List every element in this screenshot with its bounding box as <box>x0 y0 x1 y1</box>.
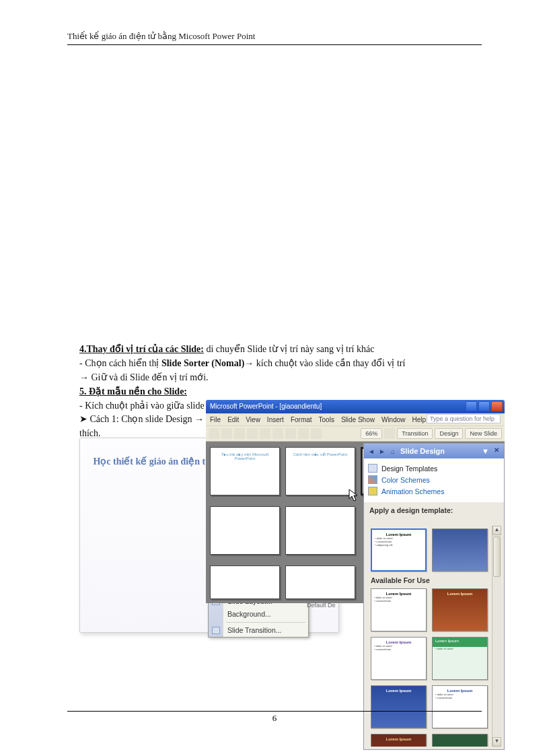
toolbar: 66% Transition Design New Slide <box>206 425 505 442</box>
window-titlebar: Microsoft PowerPoint - [giaoandientu] <box>206 400 505 413</box>
menu-tools[interactable]: Tools <box>319 416 334 423</box>
color-scheme-icon <box>368 475 377 484</box>
toolbar-help-icon[interactable] <box>384 428 395 439</box>
template-thumb[interactable]: Lorem Ipsum• dolor sit amet <box>432 637 488 680</box>
link-color-schemes[interactable]: Color Schemes <box>368 474 500 485</box>
template-thumb[interactable]: Lorem Ipsum• dolor sit amet• consectetue… <box>371 637 427 680</box>
s4-l2b: Slide Sorter (Nomal) <box>161 358 244 368</box>
page-header: Thiết kế giáo án điện tử bằng Micosoft P… <box>67 31 482 45</box>
available-for-use-label: Available For Use <box>371 576 488 584</box>
menu-help[interactable]: Help <box>412 416 427 423</box>
zoom-select[interactable]: 66% <box>361 428 382 439</box>
slide-design-taskpane: ◄ ► ⌂ Slide Design ▼ ✕ Design Templates … <box>363 443 505 750</box>
template-thumb[interactable] <box>432 734 488 747</box>
slide-thumb-7[interactable] <box>210 565 280 599</box>
s5-l3a: Cách 1: Chọn slide Design <box>90 414 195 424</box>
scroll-thumb[interactable] <box>493 537 501 577</box>
design-button[interactable]: Design <box>435 428 463 439</box>
toolbar-open-icon[interactable] <box>221 428 232 439</box>
minimize-button[interactable] <box>466 401 477 411</box>
menu-file[interactable]: File <box>210 416 221 423</box>
toolbar-cut-icon[interactable] <box>260 428 270 439</box>
taskpane-header: ◄ ► ⌂ Slide Design ▼ ✕ <box>364 444 504 458</box>
scroll-down-icon[interactable]: ▼ <box>492 737 501 747</box>
app-title: Microsoft PowerPoint - [giaoandientu] <box>210 403 322 410</box>
maximize-button[interactable] <box>478 401 490 411</box>
template-thumb[interactable]: Lorem Ipsum <box>371 734 427 747</box>
arrow-icon: → <box>79 372 89 382</box>
taskpane-title: Slide Design <box>400 447 445 455</box>
toolbar-paste-icon[interactable] <box>285 428 296 439</box>
section4-heading: 4.Thay đổi vị trí của các Slide: <box>79 344 204 354</box>
s4-l2a: - Chọn cách hiển thị <box>79 358 161 368</box>
slide-thumb-2[interactable]: Cách làm việc với PowerPoint <box>285 447 355 495</box>
arrow-icon: → <box>194 414 204 424</box>
menu-format[interactable]: Format <box>291 416 312 423</box>
triangle-bullet-icon: ➤ <box>79 414 87 424</box>
slide-thumb-5[interactable] <box>210 506 280 555</box>
home-icon[interactable]: ⌂ <box>388 446 398 456</box>
slide-thumb-1[interactable]: Tạo bài dạy trên Microsoft PowerPoint <box>210 447 280 495</box>
new-slide-button[interactable]: New Slide <box>465 428 502 439</box>
toolbar-print-icon[interactable] <box>247 428 258 439</box>
toolbar-undo-icon[interactable] <box>298 428 309 439</box>
template-thumb[interactable]: Lorem Ipsum <box>432 588 488 631</box>
arrow-icon: → <box>244 358 254 368</box>
menu-edit[interactable]: Edit <box>227 416 239 423</box>
scroll-up-icon[interactable]: ▲ <box>492 526 501 535</box>
slide-thumb-6[interactable] <box>285 506 355 555</box>
back-icon[interactable]: ◄ <box>367 446 376 456</box>
transition-button[interactable]: Transition <box>397 428 433 439</box>
link-animation-schemes[interactable]: Animation Schemes <box>368 485 500 497</box>
link-design-templates[interactable]: Design Templates <box>368 462 500 474</box>
menu-window[interactable]: Window <box>381 416 406 423</box>
toolbar-redo-icon[interactable] <box>311 428 322 439</box>
templates-icon <box>368 464 377 473</box>
apply-template-label: Apply a design template: <box>369 506 504 514</box>
template-thumb[interactable]: Lorem Ipsum• dolor sit amet• consectetue… <box>371 528 427 572</box>
toolbar-new-icon[interactable] <box>209 428 219 439</box>
menu-insert[interactable]: Insert <box>267 416 284 423</box>
slide-thumb-8[interactable] <box>285 565 355 599</box>
template-thumb[interactable] <box>432 528 488 572</box>
section5-heading: 5. Đặt mẫu nền cho Slide: <box>79 386 187 397</box>
menu-view[interactable]: View <box>246 416 260 423</box>
page-number: 6 <box>0 713 549 724</box>
taskpane-links: Design Templates Color Schemes Animation… <box>364 458 504 502</box>
s4-l3: Giữ và di Slide đến vị trí mới. <box>89 372 209 382</box>
animation-icon <box>368 487 377 495</box>
move-cursor-icon <box>349 489 359 504</box>
toolbar-save-icon[interactable] <box>234 428 245 439</box>
s4-l2c: kích chuột vào slide cần thay đổi vị trí <box>254 358 405 368</box>
dropdown-icon[interactable]: ▼ <box>482 447 489 455</box>
help-search-input[interactable]: Type a question for help <box>427 414 501 423</box>
toolbar-copy-icon[interactable] <box>272 428 283 439</box>
footer-rule <box>67 711 482 712</box>
close-button[interactable] <box>491 401 503 411</box>
forward-icon[interactable]: ► <box>377 446 387 456</box>
default-design-label: Default De <box>307 602 336 609</box>
section4-text: di chuyển Slide từ vị trí này sang vị tr… <box>204 344 374 354</box>
template-thumb[interactable]: Lorem Ipsum• dolor sit amet• consectetue… <box>371 588 427 631</box>
close-icon[interactable]: ✕ <box>492 446 501 456</box>
menu-slideshow[interactable]: Slide Show <box>341 416 375 423</box>
